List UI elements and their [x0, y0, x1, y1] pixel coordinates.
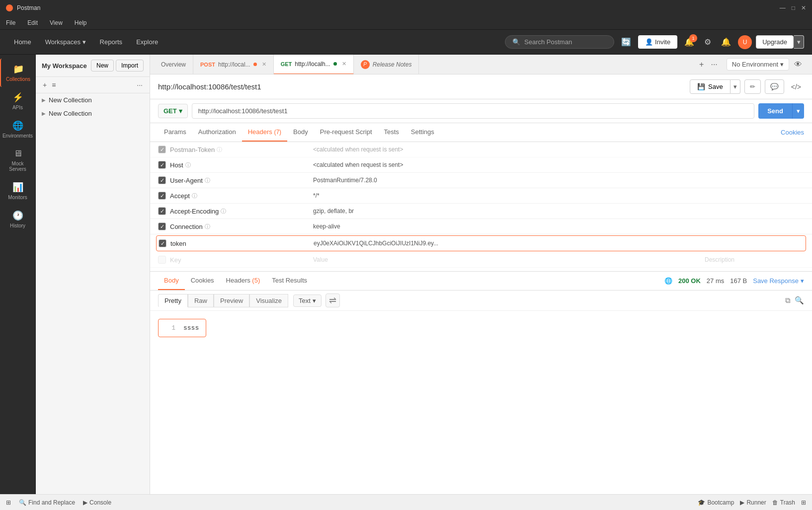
header-row-2: ✓ User-Agent ⓘ PostmanRuntime/7.28.0 — [150, 173, 812, 188]
header-info-icon-4[interactable]: ⓘ — [221, 208, 226, 215]
header-footer-row: ✓ Key Value Description — [150, 252, 812, 268]
header-info-icon-5[interactable]: ⓘ — [205, 223, 210, 230]
body-wrap-btn[interactable]: ⇌ — [325, 293, 340, 307]
tab-post-req[interactable]: POST http://local... ✕ — [193, 55, 274, 74]
save-chevron-btn[interactable]: ▾ — [731, 79, 740, 94]
req-tab-params[interactable]: Params — [158, 123, 192, 142]
close-btn[interactable]: ✕ — [801, 4, 806, 11]
sidebar-item-environments[interactable]: 🌐 Environments — [0, 115, 35, 144]
header-checkbox-3[interactable]: ✓ — [158, 192, 166, 200]
body-tab-visualize[interactable]: Visualize — [249, 294, 288, 307]
req-tab-prerequest[interactable]: Pre-request Script — [314, 123, 378, 142]
search-bar[interactable]: 🔍 Search Postman — [505, 35, 614, 49]
edit-button[interactable]: ✏ — [744, 79, 761, 94]
resp-tab-headers[interactable]: Headers (5) — [220, 272, 266, 290]
save-response-btn[interactable]: Save Response ▾ — [753, 277, 804, 285]
minimize-btn[interactable]: — — [780, 4, 786, 11]
resp-tab-test-results[interactable]: Test Results — [266, 272, 313, 290]
layout-btn[interactable]: ⊞ — [801, 499, 806, 506]
req-tab-headers[interactable]: Headers (7) — [242, 123, 287, 142]
tab-overview[interactable]: Overview — [154, 55, 193, 74]
header-actions: 🔄 👤 Invite 🔔 1 ⚙ 🔔 U Upgrade ▾ — [618, 34, 804, 50]
header-info-icon-2[interactable]: ⓘ — [205, 177, 210, 184]
invite-button[interactable]: 👤 Invite — [638, 35, 677, 49]
cookies-link[interactable]: Cookies — [781, 129, 804, 136]
req-tab-body[interactable]: Body — [287, 123, 314, 142]
nav-workspaces[interactable]: Workspaces ▾ — [39, 35, 92, 49]
body-type-selector[interactable]: Text ▾ — [293, 294, 322, 307]
method-chevron-icon: ▾ — [179, 107, 182, 115]
user-avatar[interactable]: U — [738, 35, 752, 49]
url-input[interactable] — [192, 103, 754, 119]
resp-tab-cookies[interactable]: Cookies — [185, 272, 220, 290]
body-tab-preview[interactable]: Preview — [214, 294, 249, 307]
new-button[interactable]: New — [91, 60, 114, 72]
sidebar-label-mock-servers: Mock Servers — [4, 161, 31, 172]
send-button[interactable]: Send — [758, 103, 792, 119]
sidebar-item-monitors[interactable]: 📊 Monitors — [0, 177, 35, 205]
menu-help[interactable]: Help — [73, 18, 89, 27]
tab-post-close[interactable]: ✕ — [262, 61, 266, 68]
help-btn[interactable]: 🔔 — [718, 34, 734, 50]
header-info-icon-0[interactable]: ⓘ — [217, 146, 222, 153]
sidebar-toggle-btn[interactable]: ⊞ — [6, 499, 11, 506]
find-replace-btn[interactable]: 🔍 Find and Replace — [19, 499, 75, 506]
save-button[interactable]: 💾 Save — [690, 79, 731, 94]
code-toggle-btn[interactable]: </> — [788, 80, 804, 94]
header-checkbox-5[interactable]: ✓ — [158, 222, 166, 230]
response-code-box: 1 ssss — [158, 319, 206, 337]
bootcamp-btn[interactable]: 🎓 Bootcamp — [698, 499, 734, 506]
body-tab-raw[interactable]: Raw — [188, 294, 214, 307]
maximize-btn[interactable]: □ — [792, 4, 795, 11]
upgrade-chevron-btn[interactable]: ▾ — [794, 35, 804, 49]
tab-get-close[interactable]: ✕ — [342, 61, 346, 67]
header-info-icon-3[interactable]: ⓘ — [192, 192, 197, 200]
req-tab-settings[interactable]: Settings — [405, 123, 440, 142]
header-checkbox-2[interactable]: ✓ — [158, 176, 166, 184]
menu-view[interactable]: View — [48, 18, 65, 27]
globe-icon: 🌐 — [664, 277, 672, 285]
environment-selector[interactable]: No Environment ▾ — [727, 58, 789, 71]
sidebar-item-apis[interactable]: ⚡ APIs — [0, 87, 35, 115]
header-checkbox-4[interactable]: ✓ — [158, 207, 166, 215]
trash-btn[interactable]: 🗑 Trash — [772, 499, 795, 506]
runner-btn[interactable]: ▶ Runner — [740, 499, 766, 506]
header-checkbox-0[interactable]: ✓ — [158, 146, 166, 153]
resp-tab-body[interactable]: Body — [158, 272, 185, 290]
tab-more-btn[interactable]: ··· — [709, 59, 719, 70]
history-icon: 🕐 — [12, 210, 23, 221]
sidebar-item-collections[interactable]: 📁 Collections — [0, 59, 35, 87]
sidebar-item-mock-servers[interactable]: 🖥 Mock Servers — [0, 144, 35, 177]
copy-btn[interactable]: ⧉ — [785, 296, 791, 305]
nav-home[interactable]: Home — [8, 35, 37, 49]
sync-btn[interactable]: 🔄 — [618, 34, 634, 50]
header-checkbox-1[interactable]: ✓ — [158, 161, 166, 169]
nav-reports[interactable]: Reports — [94, 35, 129, 49]
menu-edit[interactable]: Edit — [25, 18, 40, 27]
comment-button[interactable]: 💬 — [765, 79, 784, 94]
send-chevron-btn[interactable]: ▾ — [792, 103, 804, 119]
method-selector[interactable]: GET ▾ — [158, 104, 188, 118]
collection-item-1[interactable]: ▶ New Collection — [36, 107, 150, 120]
import-button[interactable]: Import — [116, 60, 144, 72]
env-peek-btn[interactable]: 👁 — [792, 59, 804, 70]
new-tab-btn[interactable]: + — [697, 59, 706, 70]
nav-explore[interactable]: Explore — [130, 35, 164, 49]
sidebar-item-history[interactable]: 🕐 History — [0, 205, 35, 233]
req-tab-tests[interactable]: Tests — [378, 123, 405, 142]
header-checkbox-6[interactable]: ✓ — [159, 239, 166, 247]
search-response-btn[interactable]: 🔍 — [795, 296, 804, 305]
settings-btn[interactable]: ⚙ — [701, 34, 714, 50]
header-info-icon-1[interactable]: ⓘ — [185, 161, 191, 169]
menu-file[interactable]: File — [4, 18, 17, 27]
req-tab-authorization[interactable]: Authorization — [192, 123, 242, 142]
collection-item-0[interactable]: ▶ New Collection — [36, 93, 150, 107]
console-btn[interactable]: ▶ Console — [83, 499, 111, 506]
add-collection-btn[interactable]: + — [42, 80, 48, 90]
more-options-btn[interactable]: ··· — [136, 80, 144, 90]
upgrade-button[interactable]: Upgrade — [756, 35, 794, 49]
tab-release-notes[interactable]: P Release Notes — [354, 55, 419, 74]
body-tab-pretty[interactable]: Pretty — [158, 294, 188, 307]
tab-get-req[interactable]: GET http://localh... ✕ — [274, 55, 354, 74]
filter-btn[interactable]: ≡ — [51, 80, 57, 90]
